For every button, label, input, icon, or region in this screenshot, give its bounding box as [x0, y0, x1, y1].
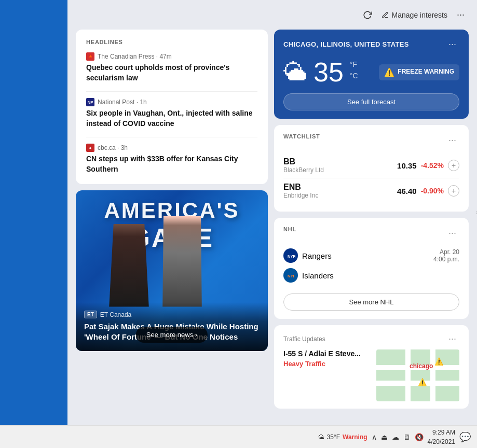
taskbar-date-val: 4/20/2021	[428, 437, 455, 446]
stock-change-bb: -4.52%	[421, 161, 444, 170]
traffic-status: Heavy Traffic	[283, 360, 376, 368]
nhl-label: NHL	[283, 226, 296, 232]
watchlist-card: WATCHLIST ··· BB BlackBerry Ltd 10.35 -4…	[274, 125, 469, 212]
islanders-logo: NYI	[283, 268, 298, 283]
taskbar-icons: ∧ ⏏ ☁ 🖥 🔇	[372, 433, 424, 441]
traffic-card: Traffic Updates ··· I-55 S / Adlai E Ste…	[274, 325, 469, 409]
taskbar-volume-icon: 🔇	[415, 433, 424, 441]
traffic-content: I-55 S / Adlai E Steve... Heavy Traffic …	[283, 349, 459, 401]
taskbar-chat-icon[interactable]: 💬	[459, 431, 471, 443]
video-source-badge: ET	[84, 311, 97, 318]
top-bar-actions: Manage interests ···	[361, 7, 467, 22]
stock-add-bb-button[interactable]: +	[448, 160, 459, 171]
stock-name-bb: BlackBerry Ltd	[283, 166, 324, 174]
svg-text:NYI: NYI	[288, 274, 294, 278]
more-options-button[interactable]: ···	[455, 7, 467, 22]
traffic-label: Traffic Updates	[283, 335, 325, 343]
manage-interests-label: Manage interests	[392, 11, 447, 19]
source-icon-np: NP	[86, 98, 94, 106]
watchlist-header: WATCHLIST ···	[283, 133, 459, 147]
refresh-button[interactable]	[361, 8, 374, 22]
see-full-forecast-button[interactable]: See full forecast	[283, 93, 459, 110]
top-bar: Manage interests ···	[67, 0, 477, 30]
news-source-2: National Post · 1h	[98, 99, 147, 106]
stock-change-enb: -0.90%	[421, 187, 444, 195]
widget-panel: Manage interests ··· HEADLINES 🍁 The Can…	[67, 0, 477, 425]
weather-body: 🌥 35 °F °C ⚠️ FREEZE WARNING	[283, 58, 459, 86]
taskbar-arrow-icon: ∧	[372, 433, 377, 441]
stock-name-enb: Enbridge Inc	[283, 192, 318, 199]
watchlist-label: WATCHLIST	[283, 133, 320, 139]
taskbar-time: 9:29 AM 4/20/2021	[428, 428, 455, 446]
news-source-line: NP National Post · 1h	[86, 98, 257, 106]
source-icon-cp: 🍁	[86, 52, 94, 61]
stock-ticker-enb: ENB	[283, 183, 318, 192]
person-woman-silhouette	[107, 224, 151, 307]
news-source-line: ● cbc.ca · 3h	[86, 144, 257, 152]
stock-right-enb: 46.40 -0.90% +	[397, 185, 459, 197]
game-teams: NYR Rangers Apr. 20 4:00 p.m.	[283, 246, 459, 285]
left-sidebar	[0, 0, 67, 425]
stock-price-enb: 46.40	[397, 187, 417, 195]
news-item[interactable]: 🍁 The Canadian Press · 47m Quebec court …	[86, 52, 257, 83]
temp-unit-f: °F	[350, 59, 358, 70]
taskbar-weather-icon: 🌤	[318, 433, 324, 441]
stock-info-enb: ENB Enbridge Inc	[283, 183, 318, 199]
person-man-silhouette	[159, 216, 206, 307]
map-city-label: chicago	[410, 362, 433, 370]
game-time-val: 4:00 p.m.	[433, 256, 459, 263]
traffic-header: Traffic Updates ···	[283, 332, 459, 345]
stock-ticker-bb: BB	[283, 157, 324, 166]
source-icon-cbc: ●	[86, 144, 94, 152]
taskbar-weather: 🌤 35°F Warning	[318, 433, 367, 441]
alert-text: FREEZE WARNING	[398, 68, 454, 76]
see-more-nhl-label: See more NHL	[349, 298, 394, 306]
team-name-islanders: Islanders	[302, 271, 334, 280]
team-info-rangers: NYR Rangers	[283, 248, 332, 263]
see-more-news-button[interactable]: See more news ›	[136, 327, 208, 343]
see-more-news-label: See more news ›	[146, 331, 197, 339]
manage-interests-button[interactable]: Manage interests	[381, 11, 447, 19]
stock-item-enb[interactable]: ENB Enbridge Inc 46.40 -0.90% +	[283, 178, 459, 203]
weather-cloud-icon: 🌥	[283, 58, 307, 86]
temp-unit-c: °C	[350, 70, 358, 81]
news-item[interactable]: NP National Post · 1h Six people in Vaug…	[86, 98, 257, 129]
see-more-nhl-button[interactable]: See more NHL	[283, 293, 459, 311]
forecast-btn-label: See full forecast	[347, 98, 396, 106]
taskbar-time-val: 9:29 AM	[428, 428, 455, 437]
content-area: HEADLINES 🍁 The Canadian Press · 47m Que…	[67, 30, 477, 424]
news-headline-1: Quebec court upholds most of province's …	[86, 63, 257, 83]
taskbar-temp: 35°F	[327, 433, 340, 441]
team-row-rangers: NYR Rangers Apr. 20 4:00 p.m.	[283, 246, 459, 265]
news-source-1: The Canadian Press · 47m	[98, 53, 172, 60]
video-source-line: ET ET Canada	[84, 311, 260, 318]
news-headline-3: CN steps up with $33B offer for Kansas C…	[86, 154, 257, 174]
video-source-name: ET Canada	[100, 311, 132, 318]
weather-location: CHICAGO, ILLINOIS, UNITED STATES	[283, 40, 409, 48]
news-item[interactable]: ● cbc.ca · 3h CN steps up with $33B offe…	[86, 144, 257, 174]
more-icon: ···	[457, 9, 465, 20]
traffic-text-area: I-55 S / Adlai E Steve... Heavy Traffic	[283, 349, 376, 401]
news-source-line: 🍁 The Canadian Press · 47m	[86, 52, 257, 61]
taskbar-usb-icon: ⏏	[381, 433, 388, 441]
stock-add-enb-button[interactable]: +	[448, 185, 459, 197]
weather-unit: °F °C	[350, 59, 358, 82]
weather-header: CHICAGO, ILLINOIS, UNITED STATES ···	[283, 38, 459, 51]
left-column: HEADLINES 🍁 The Canadian Press · 47m Que…	[76, 30, 268, 415]
traffic-more-button[interactable]: ···	[445, 332, 459, 345]
watchlist-more-button[interactable]: ···	[445, 134, 459, 147]
news-headline-2: Six people in Vaughan, Ont., injected wi…	[86, 108, 257, 129]
stock-item-bb[interactable]: BB BlackBerry Ltd 10.35 -4.52% +	[283, 153, 459, 178]
weather-more-button[interactable]: ···	[445, 38, 459, 51]
alert-icon: ⚠️	[384, 67, 394, 77]
nhl-more-button[interactable]: ···	[445, 227, 459, 240]
team-name-rangers: Rangers	[302, 251, 332, 260]
weather-temperature: 35	[314, 59, 344, 86]
headlines-card: HEADLINES 🍁 The Canadian Press · 47m Que…	[76, 30, 268, 184]
team-row-islanders: NYI Islanders	[283, 265, 459, 285]
traffic-map: ⚠️ ⚠️ chicago	[376, 349, 459, 401]
map-road-v1	[405, 349, 411, 401]
video-card[interactable]: AMERICA'S GAME ET ET Canada Pat Sajak Ma…	[76, 190, 268, 351]
stock-price-bb: 10.35	[397, 161, 417, 170]
svg-text:NYR: NYR	[288, 254, 295, 259]
